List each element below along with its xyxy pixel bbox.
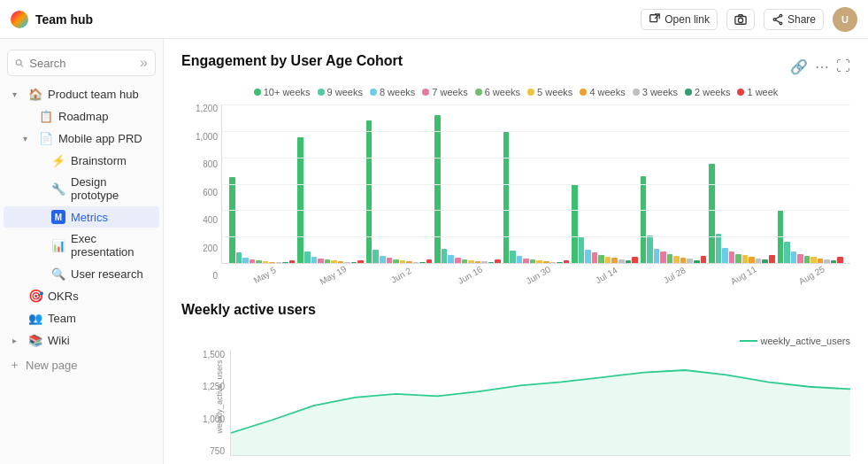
legend-item: 4 weeks [580, 87, 625, 97]
sidebar-item-wiki[interactable]: ▸📚Wiki [4, 329, 159, 351]
bar-chart-header: Engagement by User Age Cohort 🔗 ⋯ ⛶ [181, 53, 850, 80]
topbar-left: Team hub [11, 11, 93, 28]
bar-chart-actions: 🔗 ⋯ ⛶ [790, 58, 850, 75]
svg-point-4 [773, 18, 776, 20]
legend-item: 2 weeks [685, 87, 730, 97]
y-axis-label: 1,000 [182, 133, 218, 142]
link-icon[interactable]: 🔗 [790, 58, 808, 75]
more-icon[interactable]: ⋯ [815, 58, 829, 75]
line-chart-svg [231, 350, 850, 455]
wiki-label: Wiki [48, 334, 150, 347]
svg-point-3 [780, 14, 782, 17]
line-chart-area-fill [231, 370, 850, 455]
sidebar-item-exec-pres[interactable]: 📊Exec presentation [4, 228, 159, 262]
search-input[interactable] [29, 57, 134, 70]
metrics-label: Metrics [71, 211, 150, 224]
plus-icon: ＋ [9, 357, 20, 373]
svg-point-2 [738, 18, 742, 22]
svg-point-6 [16, 59, 21, 65]
bar-chart-x-labels: May 5May 19Jun 2Jun 16Jun 30Jul 14Jul 28… [221, 264, 850, 281]
sidebar-item-team[interactable]: 👥Team [4, 307, 159, 329]
brainstorm-icon: ⚡ [51, 153, 65, 167]
wiki-icon: 📚 [28, 333, 42, 347]
grid-line [222, 210, 850, 211]
team-icon: 👥 [28, 311, 42, 325]
topbar: Team hub Open link Share [0, 0, 868, 39]
grid-line [222, 104, 850, 105]
line-legend-label: weekly_active_users [761, 336, 851, 346]
roadmap-icon: 📋 [39, 109, 53, 123]
new-page-label: New page [26, 359, 78, 372]
user-research-label: User research [71, 267, 150, 281]
expand-icon[interactable]: ⛶ [836, 58, 850, 74]
legend-item: 5 weeks [527, 87, 572, 97]
search-icon [15, 58, 24, 69]
open-link-label: Open link [664, 13, 710, 26]
grid-line [222, 236, 850, 237]
line-y-label: weekly_active_users [215, 360, 224, 433]
y-axis-label: 200 [182, 244, 218, 253]
brainstorm-label: Brainstorm [71, 154, 150, 167]
share-button[interactable]: Share [764, 9, 824, 30]
y-axis-label: 0 [182, 272, 218, 281]
sidebar-item-okrs[interactable]: 🎯OKRs [4, 285, 159, 306]
legend-item: 3 weeks [633, 87, 678, 97]
camera-icon [734, 13, 747, 26]
sidebar: » ▾🏠Product team hub📋Roadmap▾📄Mobile app… [0, 39, 164, 464]
okrs-label: OKRs [48, 290, 150, 303]
main-layout: » ▾🏠Product team hub📋Roadmap▾📄Mobile app… [0, 39, 868, 464]
svg-point-5 [780, 22, 782, 25]
product-hub-label: Product team hub [48, 88, 150, 101]
collapse-icon[interactable]: » [140, 55, 148, 71]
grid-line [222, 131, 850, 132]
design-proto-label: Design prototype [71, 175, 150, 202]
line-legend-line [740, 340, 757, 342]
app-logo [11, 11, 28, 28]
line-chart-title: Weekly active users [181, 302, 316, 318]
share-label: Share [787, 13, 816, 26]
legend-item: 9 weeks [318, 87, 363, 97]
bar-chart-y-axis: 1,2001,0008006004002000 [182, 104, 218, 281]
line-chart-section: Weekly active users weekly_active_users … [181, 302, 850, 456]
chevron-down-icon: ▾ [23, 134, 34, 143]
design-proto-icon: 🔧 [51, 182, 65, 196]
open-link-button[interactable]: Open link [641, 9, 718, 30]
sidebar-item-product-hub[interactable]: ▾🏠Product team hub [4, 83, 159, 104]
screenshot-button[interactable] [726, 9, 755, 30]
bar-chart-title: Engagement by User Age Cohort [181, 53, 403, 69]
mobile-prd-icon: 📄 [39, 131, 53, 145]
svg-rect-0 [650, 14, 657, 21]
sidebar-item-brainstorm[interactable]: ⚡Brainstorm [4, 150, 159, 171]
sidebar-item-mobile-prd[interactable]: ▾📄Mobile app PRD [4, 128, 159, 149]
bar-chart-section: Engagement by User Age Cohort 🔗 ⋯ ⛶ 10+ … [181, 53, 850, 281]
exec-pres-label: Exec presentation [71, 232, 150, 259]
nav-list: ▾🏠Product team hub📋Roadmap▾📄Mobile app P… [0, 83, 163, 351]
line-chart-legend: weekly_active_users [740, 336, 851, 346]
search-box[interactable]: » [7, 50, 156, 76]
content-area: Engagement by User Age Cohort 🔗 ⋯ ⛶ 10+ … [164, 39, 868, 464]
legend-item: 7 weeks [422, 87, 467, 97]
metrics-icon: M [51, 210, 65, 224]
sidebar-item-user-research[interactable]: 🔍User research [4, 263, 159, 284]
chevron-down-icon: ▸ [12, 336, 23, 345]
line-y-label: 1,500 [181, 350, 225, 360]
new-page-button[interactable]: ＋ New page [0, 352, 163, 378]
user-research-icon: 🔍 [51, 267, 65, 281]
line-chart-header: Weekly active users [181, 302, 850, 329]
sidebar-item-metrics[interactable]: MMetrics [4, 206, 159, 228]
line-y-label: 750 [181, 446, 225, 456]
sidebar-item-design-proto[interactable]: 🔧Design prototype [4, 172, 159, 205]
exec-pres-icon: 📊 [51, 238, 65, 252]
y-axis-label: 800 [182, 160, 218, 169]
user-avatar[interactable]: U [833, 7, 857, 32]
team-label: Team [48, 312, 150, 325]
topbar-right: Open link Share U [641, 7, 857, 32]
y-axis-label: 1,200 [182, 104, 218, 113]
legend-item: 8 weeks [370, 87, 415, 97]
product-hub-icon: 🏠 [28, 87, 42, 101]
legend-item: 1 week [737, 87, 778, 97]
grid-line [222, 184, 850, 185]
sidebar-item-roadmap[interactable]: 📋Roadmap [4, 105, 159, 127]
chevron-down-icon: ▾ [12, 89, 23, 99]
mobile-prd-label: Mobile app PRD [58, 132, 150, 145]
